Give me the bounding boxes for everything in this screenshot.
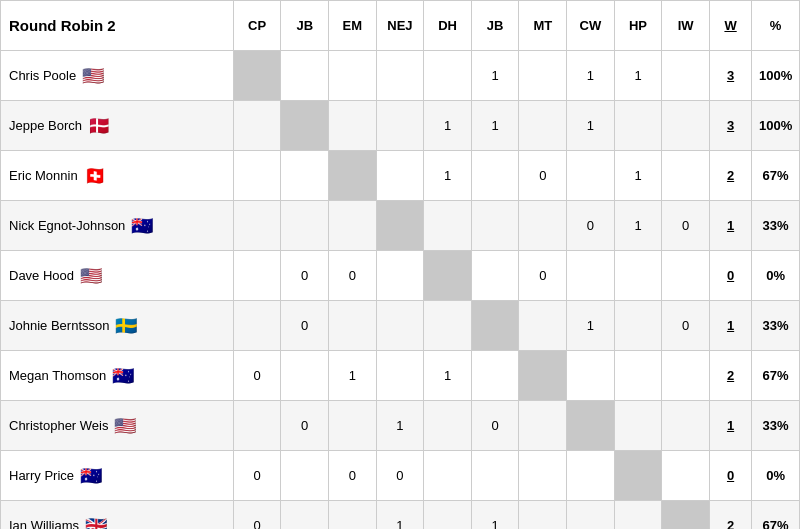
score-cell [662,501,710,530]
score-cell [519,101,567,151]
score-cell [281,501,329,530]
player-name-cell: Harry Price 🇦🇺 [1,451,234,501]
score-cell [424,251,472,301]
player-name: Johnie Berntsson [9,318,109,333]
score-cell [519,401,567,451]
score-cell [281,201,329,251]
table-row: Eric Monnin 🇨🇭 101267% [1,151,800,201]
table-row: Megan Thomson 🇦🇺 011267% [1,351,800,401]
score-cell: 1 [614,151,662,201]
score-cell [424,401,472,451]
score-cell [329,201,377,251]
score-cell: 0 [329,451,377,501]
col-header-dh: DH [424,1,472,51]
score-cell [329,101,377,151]
score-cell [233,101,281,151]
pct-cell: 100% [752,101,800,151]
player-name-cell: Christopher Weis 🇺🇸 [1,401,234,451]
table-title: Round Robin 2 [1,1,234,51]
pct-cell: 33% [752,201,800,251]
table-row: Ian Williams 🇬🇧 011267% [1,501,800,530]
score-cell [662,451,710,501]
score-cell [233,251,281,301]
score-cell [519,351,567,401]
pct-cell: 33% [752,401,800,451]
player-name: Megan Thomson [9,368,106,383]
table-row: Harry Price 🇦🇺 00000% [1,451,800,501]
score-cell [376,51,424,101]
wins-cell: 2 [709,351,751,401]
score-cell [662,51,710,101]
score-cell: 0 [281,401,329,451]
score-cell [519,451,567,501]
score-cell: 1 [471,501,519,530]
pct-cell: 100% [752,51,800,101]
flag-icon: 🇺🇸 [82,67,104,85]
score-cell: 0 [376,451,424,501]
wins-cell: 2 [709,151,751,201]
score-cell [614,501,662,530]
score-cell: 0 [281,301,329,351]
player-name: Dave Hood [9,268,74,283]
score-cell: 0 [233,451,281,501]
table-row: Johnie Berntsson 🇸🇪 010133% [1,301,800,351]
score-cell: 0 [662,201,710,251]
wins-cell: 2 [709,501,751,530]
pct-cell: 67% [752,501,800,530]
wins-cell: 1 [709,401,751,451]
score-cell: 1 [329,351,377,401]
pct-cell: 33% [752,301,800,351]
score-cell: 1 [376,401,424,451]
col-header-jb2: JB [471,1,519,51]
score-cell [424,201,472,251]
player-name-cell: Eric Monnin 🇨🇭 [1,151,234,201]
score-cell [329,51,377,101]
flag-icon: 🇺🇸 [80,267,102,285]
score-cell [376,251,424,301]
score-cell [329,301,377,351]
score-cell: 0 [567,201,615,251]
flag-icon: 🇬🇧 [85,517,107,530]
player-name-cell: Ian Williams 🇬🇧 [1,501,234,530]
pct-cell: 67% [752,151,800,201]
col-header-jb1: JB [281,1,329,51]
player-name-cell: Megan Thomson 🇦🇺 [1,351,234,401]
player-name-cell: Jeppe Borch 🇩🇰 [1,101,234,151]
score-cell: 1 [567,51,615,101]
score-cell: 0 [281,251,329,301]
col-header-w: W [709,1,751,51]
flag-icon: 🇦🇺 [131,217,153,235]
score-cell: 1 [376,501,424,530]
flag-icon: 🇺🇸 [114,417,136,435]
player-name: Ian Williams [9,518,79,529]
score-cell: 1 [567,301,615,351]
score-cell [614,101,662,151]
score-cell [281,351,329,401]
score-cell [471,451,519,501]
pct-cell: 67% [752,351,800,401]
player-name: Chris Poole [9,68,76,83]
table-row: Chris Poole 🇺🇸 1113100% [1,51,800,101]
score-cell [376,101,424,151]
wins-cell: 0 [709,251,751,301]
player-name-cell: Nick Egnot-Johnson 🇦🇺 [1,201,234,251]
score-cell [519,51,567,101]
score-cell: 1 [471,101,519,151]
score-cell [614,251,662,301]
score-cell [567,401,615,451]
col-header-cw: CW [567,1,615,51]
col-header-iw: IW [662,1,710,51]
score-cell [329,151,377,201]
header-row: Round Robin 2 CP JB EM NEJ DH JB MT CW H… [1,1,800,51]
scoreboard-wrapper: Round Robin 2 CP JB EM NEJ DH JB MT CW H… [0,0,800,529]
wins-cell: 1 [709,301,751,351]
col-header-mt: MT [519,1,567,51]
score-cell [519,201,567,251]
score-cell: 1 [471,51,519,101]
player-name-cell: Chris Poole 🇺🇸 [1,51,234,101]
wins-cell: 0 [709,451,751,501]
score-cell [424,301,472,351]
player-name: Nick Egnot-Johnson [9,218,125,233]
flag-icon: 🇸🇪 [115,317,137,335]
score-cell [281,101,329,151]
